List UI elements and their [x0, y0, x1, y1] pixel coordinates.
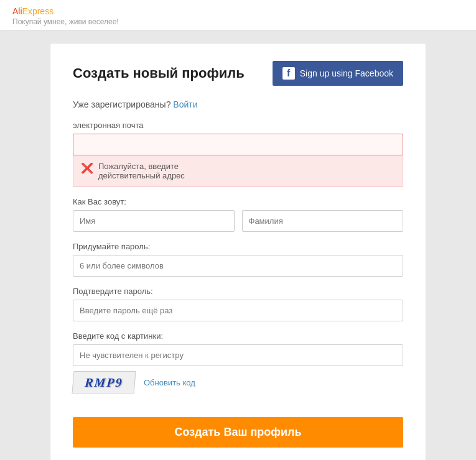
login-link[interactable]: Войти [173, 99, 197, 109]
logo-ali: Ali [12, 6, 22, 16]
captcha-label: Введите код с картинки: [73, 331, 403, 341]
captcha-input[interactable] [73, 344, 403, 366]
logo-text: AliExpress [12, 6, 464, 16]
logo: AliExpress Покупай умнее, живи веселее! [12, 6, 464, 26]
logo-tagline: Покупай умнее, живи веселее! [12, 17, 464, 26]
page-content: Создать новый профиль f Sign up using Fa… [0, 30, 476, 460]
email-group: электронная почта ❌ Пожалуйста, введитед… [73, 121, 403, 187]
email-error-text: Пожалуйста, введитедействительный адрес [98, 162, 185, 180]
header: AliExpress Покупай умнее, живи веселее! [0, 0, 476, 30]
confirm-password-label: Подтвердите пароль: [73, 287, 403, 296]
name-group: Как Вас зовут: [73, 197, 403, 232]
error-icon: ❌ [81, 162, 93, 174]
email-label: электронная почта [73, 121, 403, 130]
facebook-icon: f [282, 67, 295, 80]
registration-card: Создать новый профиль f Sign up using Fa… [50, 43, 426, 460]
password-group: Придумайте пароль: [73, 242, 403, 277]
confirm-password-input[interactable] [73, 300, 403, 321]
last-name-input[interactable] [242, 210, 404, 232]
logo-express: Express [22, 6, 54, 16]
captcha-area: RMP9 Обновить код [73, 371, 403, 393]
refresh-captcha-link[interactable]: Обновить код [144, 378, 195, 387]
password-input[interactable] [73, 255, 403, 277]
first-name-input[interactable] [73, 210, 235, 232]
facebook-btn-label: Sign up using Facebook [300, 68, 393, 78]
captcha-image: RMP9 [72, 371, 136, 393]
password-label: Придумайте пароль: [73, 242, 403, 251]
page-title: Создать новый профиль [73, 65, 245, 81]
captcha-group: Введите код с картинки: RMP9 Обновить ко… [73, 331, 403, 393]
create-profile-button[interactable]: Создать Ваш профиль [73, 417, 403, 448]
already-registered-section: Уже зарегистрированы? Войти [73, 99, 403, 109]
name-row [73, 210, 403, 232]
name-label: Как Вас зовут: [73, 197, 403, 206]
email-error-box: ❌ Пожалуйста, введитедействительный адре… [73, 155, 403, 187]
confirm-password-group: Подтвердите пароль: [73, 287, 403, 321]
facebook-signup-button[interactable]: f Sign up using Facebook [273, 61, 403, 86]
already-registered-text: Уже зарегистрированы? [73, 99, 170, 109]
email-input[interactable] [73, 134, 403, 155]
card-header: Создать новый профиль f Sign up using Fa… [73, 61, 403, 86]
